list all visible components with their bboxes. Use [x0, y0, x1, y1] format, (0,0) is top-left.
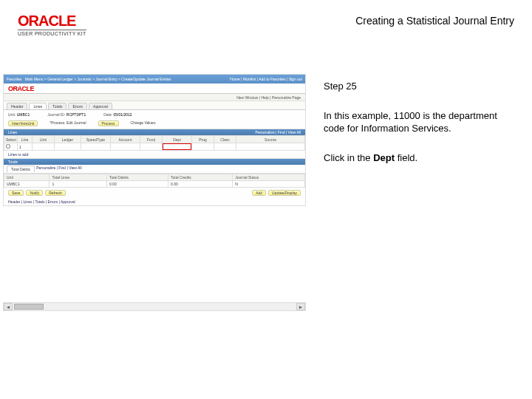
row-checkbox[interactable]: [6, 144, 10, 149]
process-label: *Process:: [50, 120, 65, 125]
tcell-credits: 0.00: [168, 181, 233, 188]
cell-fund[interactable]: [140, 143, 163, 151]
instruction-body: In this example, 11000 is the department…: [324, 109, 511, 135]
totals-grid: Unit Total Lines Total Debits Total Cred…: [4, 174, 305, 188]
totals-tools[interactable]: Personalize | Find | View All: [36, 166, 81, 172]
logo-block: ORACLE USER PRODUCTIVITY KIT: [18, 13, 86, 36]
instruction-column: Step 25 In this example, 11000 is the de…: [310, 74, 532, 311]
app-brand-row: ORACLE: [4, 83, 305, 94]
col-source: Source: [236, 136, 305, 143]
tcol-unit: Unit: [4, 174, 50, 181]
journalid-value: RCPTDPT1: [66, 112, 86, 117]
logo-subtitle: USER PRODUCTIVITY KIT: [18, 30, 86, 36]
cell-unit[interactable]: [33, 143, 55, 151]
app-toolbar-links: New Window | Help | Personalize Page: [4, 94, 305, 101]
cell-ledger[interactable]: [55, 143, 81, 151]
instruction-action: Click in the Dept field.: [324, 151, 511, 165]
cell-class[interactable]: [214, 143, 236, 151]
grid-data-row: 1: [4, 143, 305, 151]
tcol-credits: Total Credits: [168, 174, 233, 181]
notify-button[interactable]: Notify: [26, 190, 43, 196]
tab-lines[interactable]: Lines: [29, 103, 47, 109]
process-value[interactable]: Edit Journal: [66, 120, 86, 125]
col-unit: Unit: [33, 136, 55, 143]
update-button[interactable]: Update/Display: [268, 190, 301, 196]
app-screenshot: Favorites Main Menu > General Ledger > J…: [3, 74, 306, 206]
totals-tab-debits[interactable]: Total Debits: [7, 166, 35, 172]
tab-header[interactable]: Header: [7, 103, 27, 109]
totals-tabs: Total Debits Personalize | Find | View A…: [4, 165, 305, 174]
action-pre: Click in the: [324, 152, 373, 163]
scroll-thumb[interactable]: [14, 304, 44, 310]
lines-title: Lines: [8, 129, 17, 135]
col-speedtype: SpeedType: [81, 136, 111, 143]
oracle-logo: ORACLE: [18, 13, 86, 28]
tcol-lines: Total Lines: [50, 174, 106, 181]
col-fund: Fund: [140, 136, 163, 143]
date-value: 05/01/2012: [114, 112, 132, 117]
tcol-status: Journal Status: [233, 174, 305, 181]
cell-source[interactable]: [236, 143, 305, 151]
topbar-right: Home | Worklist | Add to Favorites | Sig…: [230, 77, 302, 81]
tcol-debits: Total Debits: [106, 174, 168, 181]
bottom-tab-links[interactable]: Header | Lines | Totals | Errors | Appro…: [4, 198, 305, 205]
lines-grid: Select Line Unit Ledger SpeedType Accoun…: [4, 135, 305, 151]
tcell-debits: 0.00: [106, 181, 168, 188]
lines-to-add-label: Lines to add:: [8, 152, 30, 157]
totals-data-row: UMBC1 1 0.00 0.00 N: [4, 181, 305, 188]
cell-prog[interactable]: [192, 143, 214, 151]
app-topbar: Favorites Main Menu > General Ledger > J…: [4, 75, 305, 83]
scroll-right-arrow[interactable]: ►: [296, 303, 305, 310]
refresh-button[interactable]: Refresh: [45, 190, 66, 196]
date-label: Date:: [103, 112, 112, 117]
col-dept: Dept: [163, 136, 192, 143]
page-header: ORACLE USER PRODUCTIVITY KIT Creating a …: [18, 13, 514, 36]
change-values-link[interactable]: Change Values: [131, 120, 156, 126]
dept-field[interactable]: [163, 143, 192, 151]
cell-speedtype[interactable]: [81, 143, 111, 151]
unit-value: UMBC1: [17, 112, 30, 117]
page-title: Creating a Statistical Journal Entry: [355, 15, 514, 27]
lines-to-add: Lines to add:: [4, 151, 305, 159]
unit-label: Unit:: [8, 112, 16, 117]
form-row-1: Unit: UMBC1 Journal ID: RCPTDPT1 Date: 0…: [4, 110, 305, 119]
tab-totals[interactable]: Totals: [48, 103, 66, 109]
totals-header-row: Unit Total Lines Total Debits Total Cred…: [4, 174, 305, 181]
col-select: Select: [4, 136, 18, 143]
scroll-left-arrow[interactable]: ◄: [4, 303, 13, 310]
tcell-lines: 1: [50, 181, 106, 188]
lines-tools[interactable]: Personalize | Find | View All: [256, 129, 301, 135]
tcell-status: N: [233, 181, 305, 188]
col-account: Account: [111, 136, 140, 143]
action-field-name: Dept: [373, 152, 395, 163]
horizontal-scrollbar[interactable]: ◄ ►: [3, 302, 306, 311]
cell-select[interactable]: [4, 143, 18, 151]
save-button[interactable]: Save: [8, 190, 24, 196]
app-tabs: Header Lines Totals Errors Approval: [4, 101, 305, 110]
interunit-button[interactable]: Inter/IntraUnit: [8, 120, 38, 126]
screenshot-column: Favorites Main Menu > General Ledger > J…: [0, 74, 310, 311]
col-class: Class: [214, 136, 236, 143]
step-label: Step 25: [324, 80, 511, 93]
tcell-unit: UMBC1: [4, 181, 50, 188]
form-row-2: Inter/IntraUnit *Process: Edit Journal P…: [4, 119, 305, 129]
cell-line: 1: [18, 143, 33, 151]
process-button[interactable]: Process: [98, 120, 119, 126]
topbar-left: Favorites Main Menu > General Ledger > J…: [7, 77, 171, 81]
col-prog: Prog: [192, 136, 214, 143]
col-ledger: Ledger: [55, 136, 81, 143]
footer-buttons-row: Save Notify Refresh Add Update/Display: [4, 188, 305, 198]
cell-account[interactable]: [111, 143, 140, 151]
totals-section-header: Totals: [4, 159, 305, 165]
highlight-indicator: [163, 143, 192, 151]
tab-errors[interactable]: Errors: [68, 103, 87, 109]
action-post: field.: [395, 152, 417, 163]
col-line: Line: [18, 136, 33, 143]
journalid-label: Journal ID:: [47, 112, 65, 117]
mini-oracle-logo: ORACLE: [8, 85, 34, 92]
grid-header-row: Select Line Unit Ledger SpeedType Accoun…: [4, 136, 305, 143]
add-button[interactable]: Add: [252, 190, 266, 196]
tab-approval[interactable]: Approval: [89, 103, 112, 109]
lines-section-header: Lines Personalize | Find | View All: [4, 129, 305, 135]
